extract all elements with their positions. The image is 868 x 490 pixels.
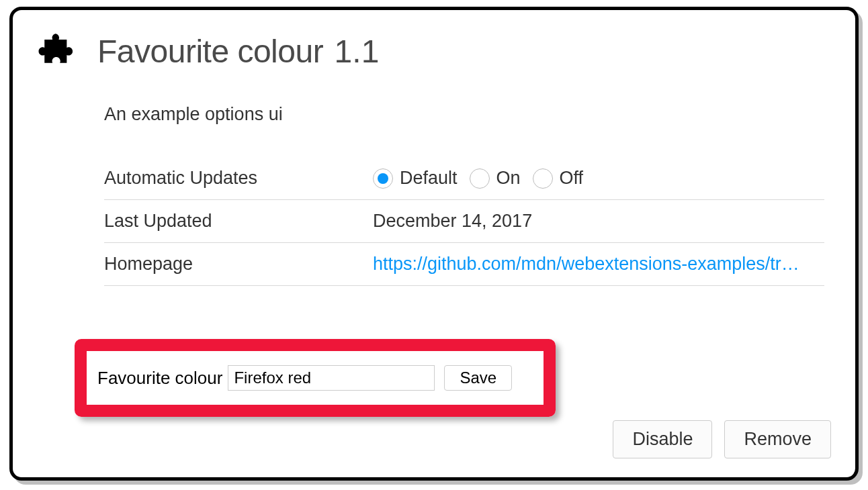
extension-title: Favourite colour (97, 34, 323, 69)
homepage-row: Homepage https://github.com/mdn/webexten… (104, 243, 824, 286)
options-form-highlight: Favourite colour Save (75, 339, 556, 417)
radio-default-label: Default (400, 168, 458, 189)
radio-off[interactable] (533, 168, 553, 189)
last-updated-row: Last Updated December 14, 2017 (104, 200, 824, 243)
title-wrapper: Favourite colour 1.1 (97, 33, 379, 70)
remove-button[interactable]: Remove (724, 420, 831, 458)
radio-item-off: Off (533, 168, 584, 189)
save-button[interactable]: Save (444, 365, 512, 391)
homepage-link[interactable]: https://github.com/mdn/webextensions-exa… (373, 254, 799, 275)
automatic-updates-options: Default On Off (373, 168, 824, 189)
disable-button[interactable]: Disable (613, 420, 712, 458)
puzzle-piece-icon (37, 30, 79, 72)
homepage-value: https://github.com/mdn/webextensions-exa… (373, 254, 824, 275)
last-updated-label: Last Updated (104, 211, 373, 232)
extension-details-panel: Favourite colour 1.1 An example options … (9, 7, 859, 481)
footer-buttons: Disable Remove (613, 420, 831, 458)
radio-on-label: On (496, 168, 521, 189)
radio-off-label: Off (560, 168, 584, 189)
radio-item-on: On (470, 168, 521, 189)
extension-header: Favourite colour 1.1 (37, 30, 831, 72)
radio-default[interactable] (373, 168, 393, 189)
radio-on[interactable] (470, 168, 490, 189)
favourite-colour-input[interactable] (228, 365, 435, 391)
favourite-colour-label: Favourite colour (97, 368, 222, 389)
last-updated-value: December 14, 2017 (373, 211, 824, 232)
automatic-updates-label: Automatic Updates (104, 168, 373, 189)
info-table: Automatic Updates Default On Off Last Up… (104, 168, 824, 286)
homepage-label: Homepage (104, 254, 373, 275)
extension-description: An example options ui (104, 104, 831, 125)
extension-version: 1.1 (335, 34, 380, 69)
automatic-updates-row: Automatic Updates Default On Off (104, 168, 824, 200)
radio-item-default: Default (373, 168, 458, 189)
